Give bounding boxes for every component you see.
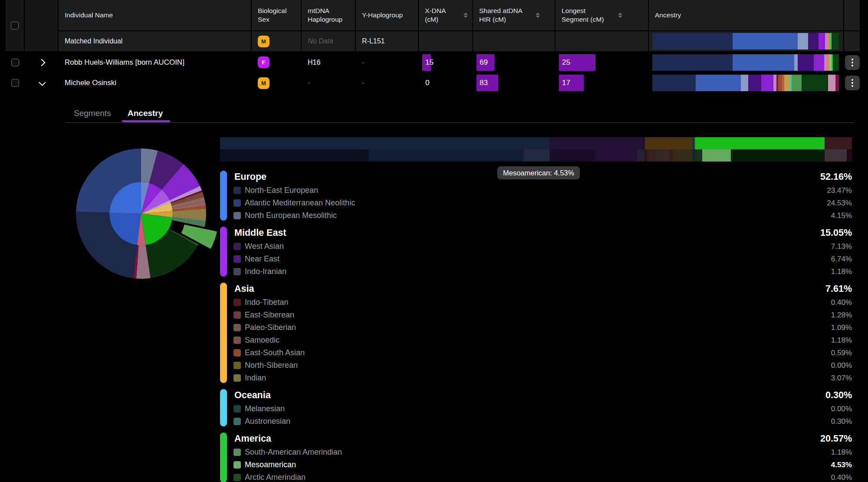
- row-checkbox-cell: [6, 73, 25, 93]
- subregion-bar-segment[interactable]: [825, 149, 847, 162]
- continent-bar-segment[interactable]: [825, 137, 852, 149]
- legend-item-value: 4.15%: [831, 211, 852, 220]
- legend-item-swatch: [233, 337, 241, 344]
- row-checkbox[interactable]: [11, 79, 19, 87]
- subregion-bar-segment[interactable]: [662, 149, 670, 162]
- subregion-bar-segment[interactable]: [549, 149, 595, 162]
- legend-group-color-bar: [220, 171, 227, 221]
- ancestry-bar-segment: [798, 33, 808, 50]
- cell-name: Robb Huels-Williams [born AUCOIN]: [59, 52, 252, 73]
- cell-yhaplogroup: -: [356, 52, 419, 73]
- subregion-bar-segment[interactable]: [595, 149, 637, 162]
- continent-bar-segment[interactable]: [220, 137, 549, 149]
- column-header-longest[interactable]: Longest Segment (cM): [556, 0, 649, 31]
- continent-bar-segment[interactable]: [549, 137, 644, 149]
- collapse-row-icon[interactable]: [39, 79, 46, 86]
- row-checkbox[interactable]: [11, 59, 19, 66]
- ancestry-sunburst-chart[interactable]: [67, 140, 232, 290]
- legend-item[interactable]: Mesoamerican4.53%: [220, 459, 852, 471]
- legend-item[interactable]: Samoedic1.18%: [220, 334, 852, 347]
- sort-icon[interactable]: [618, 13, 622, 18]
- row-menu-button[interactable]: [845, 76, 860, 90]
- legend-item[interactable]: Arctic Amerindian0.40%: [220, 471, 852, 482]
- legend-item[interactable]: Atlantic Mediterranean Neolithic24.53%: [220, 197, 852, 209]
- subregion-bar-segment[interactable]: [655, 149, 662, 162]
- cell-ancestry: [649, 73, 844, 93]
- expand-row-icon[interactable]: [38, 59, 46, 66]
- subregion-bar-segment[interactable]: [368, 149, 523, 162]
- row-checkbox-cell: [6, 52, 25, 73]
- tab-segments[interactable]: Segments: [74, 109, 111, 118]
- column-header-sex: Biological Sex: [252, 0, 302, 31]
- legend-item[interactable]: West Asian7.13%: [220, 240, 852, 253]
- legend-item-label: Near East: [245, 254, 279, 264]
- legend-item[interactable]: Near East6.74%: [220, 253, 852, 265]
- subregion-bar-segment[interactable]: [220, 149, 368, 162]
- legend-item-swatch: [233, 474, 241, 481]
- legend-item-label: Indo-Iranian: [245, 267, 286, 276]
- row-expander-cell: [25, 73, 59, 93]
- subregion-bar-segment[interactable]: [702, 149, 731, 162]
- legend-item[interactable]: North European Mesolithic4.15%: [220, 209, 852, 222]
- sort-icon[interactable]: [536, 13, 540, 18]
- sex-badge-f: F: [258, 56, 270, 68]
- legend-item[interactable]: Indian3.07%: [220, 372, 852, 384]
- legend-item[interactable]: East-Siberean1.28%: [220, 309, 852, 321]
- column-header-label: Individual Name: [65, 11, 113, 20]
- ancestry-bar-segment: [808, 33, 819, 50]
- legend-item[interactable]: Indo-Iranian1.18%: [220, 265, 852, 278]
- row-menu-button[interactable]: [845, 55, 860, 70]
- continent-bar-segment[interactable]: [695, 137, 825, 149]
- ancestry-bar[interactable]: [652, 33, 839, 50]
- cell-ancestry: [649, 31, 844, 52]
- legend-group-america: America20.57%South-American Amerindian1.…: [220, 431, 852, 482]
- cell-shared: 69: [473, 52, 556, 73]
- legend-item[interactable]: South-American Amerindian1.18%: [220, 446, 852, 459]
- subregion-bar-segment[interactable]: [670, 149, 674, 162]
- legend-item-swatch: [233, 405, 241, 413]
- sort-icon[interactable]: [464, 13, 468, 18]
- column-header-shared[interactable]: Shared atDNA HIR (cM): [473, 0, 556, 31]
- cell-xdna: 0: [419, 73, 473, 93]
- legend-item-label: South-American Amerindian: [245, 448, 342, 457]
- subregion-bar-segment[interactable]: [695, 149, 702, 162]
- legend-item-swatch: [233, 212, 241, 219]
- value-cell-shared: 83: [477, 75, 556, 91]
- legend-item-swatch: [233, 311, 241, 319]
- legend-item[interactable]: Austronesian0.30%: [220, 415, 852, 428]
- tab-ancestry[interactable]: Ancestry: [128, 109, 163, 118]
- subregion-bar-segment[interactable]: [523, 149, 549, 162]
- legend-group-value: 20.57%: [820, 433, 852, 444]
- subregion-bar-segment[interactable]: [673, 149, 693, 162]
- legend-item[interactable]: Melanesian0.00%: [220, 403, 852, 415]
- legend-item[interactable]: East-South Asian0.59%: [220, 347, 852, 359]
- legend-item-swatch: [233, 362, 241, 369]
- ancestry-bar-segment: [733, 33, 798, 50]
- ancestry-bar-segment: [761, 75, 773, 91]
- legend-group-value: 15.05%: [820, 228, 852, 238]
- legend-item-label: Austronesian: [245, 417, 290, 426]
- legend-item-label: North-East European: [245, 186, 318, 195]
- ancestry-bar[interactable]: [652, 75, 839, 91]
- cell-sex: F: [252, 52, 302, 73]
- column-header-label: Longest Segment (cM): [562, 7, 614, 24]
- subregion-bar-segment[interactable]: [647, 149, 655, 162]
- ancestry-bar[interactable]: [652, 54, 839, 71]
- legend-item[interactable]: Indo-Tibetan0.40%: [220, 296, 852, 309]
- legend-group-header: Asia7.61%: [220, 281, 852, 296]
- legend-item[interactable]: North-Siberean0.00%: [220, 359, 852, 372]
- cell-mtdna: No Data: [302, 31, 356, 52]
- subregion-bar-segment[interactable]: [637, 149, 644, 162]
- continent-bar-segment[interactable]: [645, 137, 693, 149]
- subregion-bar-segment[interactable]: [733, 149, 825, 162]
- legend-group-oceania: Oceania0.30%Melanesian0.00%Austronesian0…: [220, 388, 852, 428]
- cell-name: Matched Individual: [59, 31, 252, 52]
- ancestry-bar-segment: [794, 54, 798, 71]
- select-all-checkbox[interactable]: [11, 22, 19, 30]
- ancestry-bar-segment: [778, 75, 782, 91]
- legend-item[interactable]: North-East European23.47%: [220, 184, 852, 197]
- legend-item[interactable]: Paleo-Siberian1.09%: [220, 321, 852, 334]
- legend-item-label: Samoedic: [245, 336, 279, 345]
- column-header-xdna[interactable]: X-DNA (cM): [419, 0, 473, 31]
- subregion-bar-segment[interactable]: [847, 149, 852, 162]
